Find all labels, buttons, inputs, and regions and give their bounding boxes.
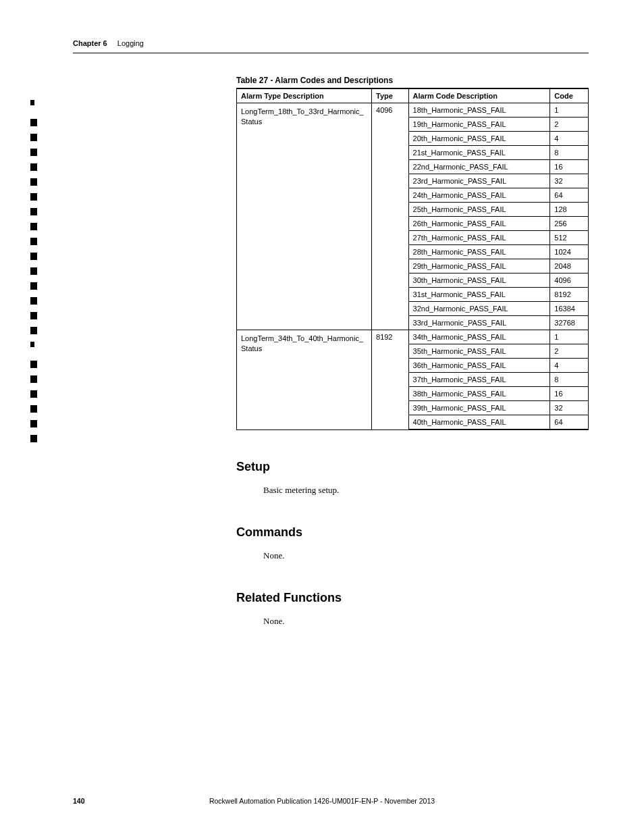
cell-alarm-code-description: 33rd_Harmonic_PASS_FAIL: [408, 316, 550, 330]
table-header-row: Alarm Type Description Type Alarm Code D…: [237, 88, 589, 103]
change-bar: [30, 282, 37, 290]
cell-alarm-code-description: 35th_Harmonic_PASS_FAIL: [408, 344, 550, 359]
cell-alarm-code-description: 25th_Harmonic_PASS_FAIL: [408, 203, 550, 217]
header-rule: [73, 53, 589, 53]
cell-alarm-code-description: 38th_Harmonic_PASS_FAIL: [408, 387, 550, 401]
cell-code: 128: [550, 203, 589, 217]
header-alarm-type-description: Alarm Type Description: [237, 88, 372, 103]
cell-code: 64: [550, 188, 589, 203]
cell-code: 1024: [550, 245, 589, 259]
change-bar: [30, 193, 37, 201]
change-bar: [30, 361, 37, 368]
cell-code: 4: [550, 132, 589, 146]
cell-alarm-type-description: LongTerm_18th_To_33rd_Harmonic_Status: [237, 103, 372, 330]
main-content: Table 27 - Alarm Codes and Descriptions …: [236, 76, 589, 633]
change-bar: [30, 312, 37, 319]
change-bar: [30, 100, 34, 105]
cell-code: 32: [550, 401, 589, 415]
table-row: LongTerm_18th_To_33rd_Harmonic_Status409…: [237, 103, 589, 118]
cell-code: 8192: [550, 288, 589, 302]
cell-code: 2048: [550, 259, 589, 273]
change-bar: [30, 119, 37, 126]
cell-code: 4: [550, 359, 589, 373]
change-bar: [30, 420, 37, 427]
cell-code: 32: [550, 174, 589, 188]
alarm-codes-table: Alarm Type Description Type Alarm Code D…: [236, 88, 589, 430]
cell-alarm-code-description: 20th_Harmonic_PASS_FAIL: [408, 132, 550, 146]
section-heading-commands: Commands: [236, 525, 589, 540]
cell-alarm-code-description: 21st_Harmonic_PASS_FAIL: [408, 146, 550, 160]
change-bar: [30, 390, 37, 398]
header-type: Type: [372, 88, 409, 103]
change-bar: [30, 253, 37, 260]
cell-code: 64: [550, 415, 589, 430]
cell-alarm-code-description: 36th_Harmonic_PASS_FAIL: [408, 359, 550, 373]
cell-alarm-code-description: 24th_Harmonic_PASS_FAIL: [408, 188, 550, 203]
header-code: Code: [550, 88, 589, 103]
change-bar: [30, 327, 37, 334]
change-bar: [30, 208, 37, 215]
table-row: LongTerm_34th_To_40th_Harmonic_Status819…: [237, 330, 589, 344]
cell-code: 8: [550, 373, 589, 387]
change-bar: [30, 342, 34, 347]
cell-alarm-code-description: 29th_Harmonic_PASS_FAIL: [408, 259, 550, 273]
cell-alarm-code-description: 39th_Harmonic_PASS_FAIL: [408, 401, 550, 415]
section-body-setup: Basic metering setup.: [263, 485, 589, 496]
cell-code: 8: [550, 146, 589, 160]
cell-code: 4096: [550, 273, 589, 288]
cell-code: 1: [550, 103, 589, 118]
cell-alarm-code-description: 26th_Harmonic_PASS_FAIL: [408, 217, 550, 231]
change-bars: [30, 100, 37, 450]
table-caption: Table 27 - Alarm Codes and Descriptions: [236, 76, 589, 85]
cell-alarm-code-description: 22nd_Harmonic_PASS_FAIL: [408, 160, 550, 174]
change-bar: [30, 238, 37, 245]
cell-alarm-code-description: 34th_Harmonic_PASS_FAIL: [408, 330, 550, 344]
cell-type: 8192: [372, 330, 409, 430]
cell-code: 16384: [550, 302, 589, 316]
section-heading-setup: Setup: [236, 460, 589, 474]
publication-info: Rockwell Automation Publication 1426-UM0…: [0, 797, 644, 805]
cell-code: 512: [550, 231, 589, 245]
change-bar: [30, 163, 37, 171]
change-bar: [30, 223, 37, 230]
change-bar: [30, 375, 37, 383]
cell-alarm-code-description: 30th_Harmonic_PASS_FAIL: [408, 273, 550, 288]
cell-alarm-code-description: 32nd_Harmonic_PASS_FAIL: [408, 302, 550, 316]
cell-alarm-code-description: 40th_Harmonic_PASS_FAIL: [408, 415, 550, 430]
section-body-commands: None.: [263, 550, 589, 561]
header-alarm-code-description: Alarm Code Description: [408, 88, 550, 103]
change-bar: [30, 405, 37, 413]
chapter-title: Logging: [117, 39, 144, 47]
cell-alarm-code-description: 31st_Harmonic_PASS_FAIL: [408, 288, 550, 302]
cell-alarm-code-description: 28th_Harmonic_PASS_FAIL: [408, 245, 550, 259]
cell-code: 256: [550, 217, 589, 231]
running-header: Chapter 6 Logging: [73, 39, 144, 47]
change-bar: [30, 435, 37, 442]
cell-code: 16: [550, 387, 589, 401]
change-bar: [30, 297, 37, 305]
cell-code: 1: [550, 330, 589, 344]
chapter-label: Chapter 6: [73, 39, 107, 47]
change-bar: [30, 149, 37, 156]
cell-alarm-code-description: 37th_Harmonic_PASS_FAIL: [408, 373, 550, 387]
cell-alarm-code-description: 19th_Harmonic_PASS_FAIL: [408, 118, 550, 132]
cell-code: 2: [550, 118, 589, 132]
cell-code: 16: [550, 160, 589, 174]
section-body-related-functions: None.: [263, 616, 589, 627]
cell-code: 2: [550, 344, 589, 359]
section-heading-related-functions: Related Functions: [236, 591, 589, 605]
cell-code: 32768: [550, 316, 589, 330]
change-bar: [30, 267, 37, 275]
change-bar: [30, 134, 37, 141]
cell-alarm-code-description: 18th_Harmonic_PASS_FAIL: [408, 103, 550, 118]
cell-alarm-code-description: 27th_Harmonic_PASS_FAIL: [408, 231, 550, 245]
change-bar: [30, 178, 37, 186]
cell-type: 4096: [372, 103, 409, 330]
cell-alarm-type-description: LongTerm_34th_To_40th_Harmonic_Status: [237, 330, 372, 430]
cell-alarm-code-description: 23rd_Harmonic_PASS_FAIL: [408, 174, 550, 188]
